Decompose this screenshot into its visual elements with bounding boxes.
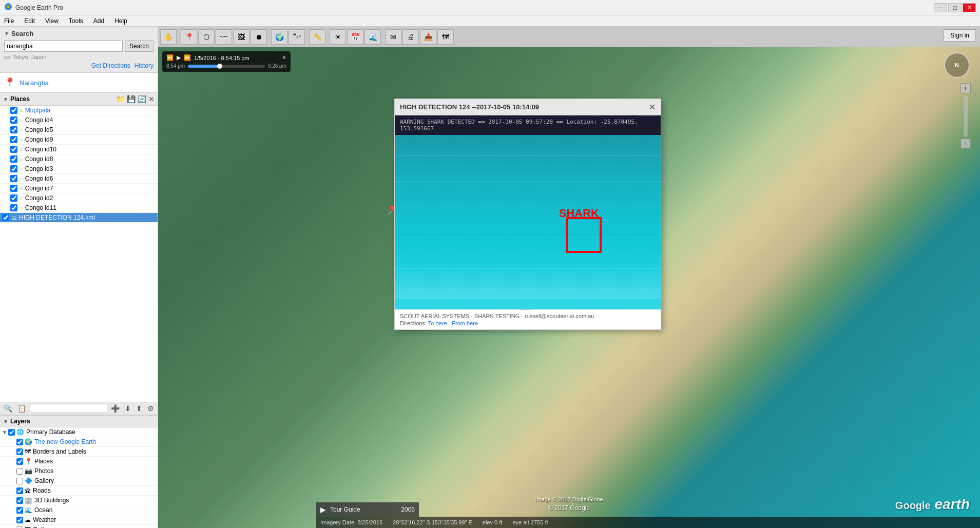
places-tree-item[interactable]: ○Congo id4 [0, 115, 158, 125]
hand-tool-button[interactable]: ✋ [160, 29, 177, 45]
places-folder-icon[interactable]: 📁 [116, 95, 125, 103]
places-save-icon[interactable]: 💾 [127, 95, 136, 103]
kml-button[interactable]: 📤 [420, 29, 436, 45]
layer-tree-item[interactable]: 📷Photos [0, 466, 158, 476]
sun-button[interactable]: ☀ [330, 29, 346, 45]
layer-item-checkbox[interactable] [16, 487, 23, 494]
record-tour-button[interactable]: ⏺ [251, 29, 267, 45]
zoom-slider[interactable] [964, 95, 968, 136]
layer-tree-item[interactable]: ☁Weather [0, 515, 158, 525]
to-here-link[interactable]: To here [428, 320, 447, 326]
time-forward-icon[interactable]: ⏩ [184, 54, 191, 61]
maps-button[interactable]: 🗺 [437, 29, 454, 45]
layer-item-checkbox[interactable] [16, 526, 23, 529]
places-item-checkbox[interactable] [10, 194, 17, 202]
places-tree-item[interactable]: ○Congo id9 [0, 135, 158, 145]
get-directions-link[interactable]: Get Directions [91, 62, 130, 69]
search-input[interactable] [4, 41, 123, 52]
layer-tree-item[interactable]: 🛣Roads [0, 486, 158, 496]
places-tree-item[interactable]: ○Congo id7 [0, 184, 158, 193]
layer-item-checkbox[interactable] [16, 468, 23, 475]
places-refresh-icon[interactable]: 🔄 [138, 95, 146, 103]
layer-tree-item[interactable]: 🌍The new Google Earth [0, 437, 158, 447]
places-item-checkbox[interactable] [10, 155, 17, 163]
compass-ring[interactable]: N [944, 52, 970, 78]
places-list-icon[interactable]: 📋 [16, 404, 28, 413]
menu-file[interactable]: File [2, 16, 16, 26]
menu-help[interactable]: Help [112, 16, 129, 26]
email-button[interactable]: ✉ [385, 29, 401, 45]
places-search-icon[interactable]: 🔍 [2, 404, 14, 413]
places-tree-item[interactable]: ○Congo id11 [0, 203, 158, 213]
places-item-checkbox[interactable] [10, 204, 17, 211]
places-tree-item[interactable]: ○Congo id5 [0, 125, 158, 135]
places-search-input[interactable] [30, 404, 107, 413]
places-tree-item[interactable]: ○Congo id2 [0, 193, 158, 203]
layer-tree-item[interactable]: 🖼Gallery [0, 525, 158, 528]
layer-item-checkbox[interactable] [16, 458, 23, 465]
places-item-checkbox[interactable] [10, 126, 17, 133]
menu-edit[interactable]: Edit [22, 16, 37, 26]
places-settings-icon[interactable]: ⚙ [146, 404, 156, 413]
places-move-up-icon[interactable]: ⬆ [134, 404, 144, 413]
places-item-checkbox[interactable] [10, 146, 17, 153]
places-item-checkbox[interactable] [10, 136, 17, 143]
time-play-icon[interactable]: ▶ [177, 54, 181, 61]
time-rewind-icon[interactable]: ⏪ [166, 54, 174, 61]
places-close-icon[interactable]: ✕ [148, 95, 155, 103]
layer-tree-item[interactable]: 🔷Gallery [0, 476, 158, 486]
places-tree-item[interactable]: 🗂HIGH DETECTION 124.kml [0, 213, 158, 223]
menu-tools[interactable]: Tools [67, 16, 85, 26]
measure-button[interactable]: 📏 [309, 29, 325, 45]
print-button[interactable]: 🖨 [402, 29, 419, 45]
path-button[interactable]: 〰 [216, 29, 232, 45]
layer-tree-item[interactable]: 🏢3D Buildings [0, 496, 158, 505]
places-item-checkbox[interactable] [2, 214, 9, 221]
time-slider[interactable] [188, 65, 265, 68]
ocean-button[interactable]: 🌊 [364, 29, 381, 45]
places-item-checkbox[interactable] [10, 185, 17, 192]
minimize-button[interactable]: ─ [934, 3, 947, 12]
sky-button[interactable]: 🔭 [289, 29, 305, 45]
zoom-in-button[interactable]: + [960, 83, 971, 93]
layer-tree-item[interactable]: 📍Places [0, 457, 158, 466]
places-tree-item[interactable]: ○Congo id8 [0, 154, 158, 164]
places-move-down-icon[interactable]: ⬇ [123, 404, 132, 413]
layer-item-checkbox[interactable] [16, 439, 23, 445]
places-item-checkbox[interactable] [10, 107, 17, 114]
layer-item-checkbox[interactable] [16, 448, 23, 455]
from-here-link[interactable]: From here [452, 320, 478, 326]
layer-item-checkbox[interactable] [8, 429, 15, 436]
search-button[interactable]: Search [125, 41, 153, 52]
layer-tree-item[interactable]: ▼🌐Primary Database [0, 427, 158, 437]
places-tree-item[interactable]: ○Congo id6 [0, 174, 158, 184]
tour-play-button[interactable]: ▶ [320, 505, 326, 514]
zoom-out-button[interactable]: - [960, 139, 971, 149]
historical-button[interactable]: 📅 [347, 29, 363, 45]
layer-expander-icon[interactable]: ▼ [2, 429, 8, 435]
sign-in-button[interactable]: Sign in [944, 29, 976, 42]
layer-tree-item[interactable]: 🗺Borders and Labels [0, 447, 158, 457]
layer-tree-item[interactable]: 🌊Ocean [0, 505, 158, 515]
close-button[interactable]: ✕ [963, 3, 976, 12]
history-link[interactable]: History [134, 62, 153, 69]
places-item-checkbox[interactable] [10, 116, 17, 124]
places-tree-item[interactable]: ○Mupfpala [0, 106, 158, 115]
layer-item-checkbox[interactable] [16, 497, 23, 504]
menu-add[interactable]: Add [91, 16, 106, 26]
earth-view-button[interactable]: 🌍 [271, 29, 287, 45]
layer-item-checkbox[interactable] [16, 507, 23, 514]
placemark-button[interactable]: 📍 [181, 29, 197, 45]
places-add-icon[interactable]: ➕ [109, 404, 121, 413]
layer-item-checkbox[interactable] [16, 517, 23, 523]
search-result-name[interactable]: Narangba [20, 79, 49, 87]
places-item-checkbox[interactable] [10, 175, 17, 182]
layer-item-checkbox[interactable] [16, 478, 23, 484]
maximize-button[interactable]: □ [948, 3, 962, 12]
image-overlay-button[interactable]: 🖼 [233, 29, 249, 45]
info-popup-close-button[interactable]: ✕ [649, 102, 656, 112]
places-tree-item[interactable]: ○Congo id10 [0, 145, 158, 154]
map-area[interactable]: ✋ 📍 ⬡ 〰 🖼 ⏺ 🌍 🔭 📏 ☀ 📅 🌊 ✉ 🖨 📤 🗺 Sign in … [158, 27, 980, 528]
places-item-checkbox[interactable] [10, 165, 17, 172]
polygon-button[interactable]: ⬡ [198, 29, 215, 45]
